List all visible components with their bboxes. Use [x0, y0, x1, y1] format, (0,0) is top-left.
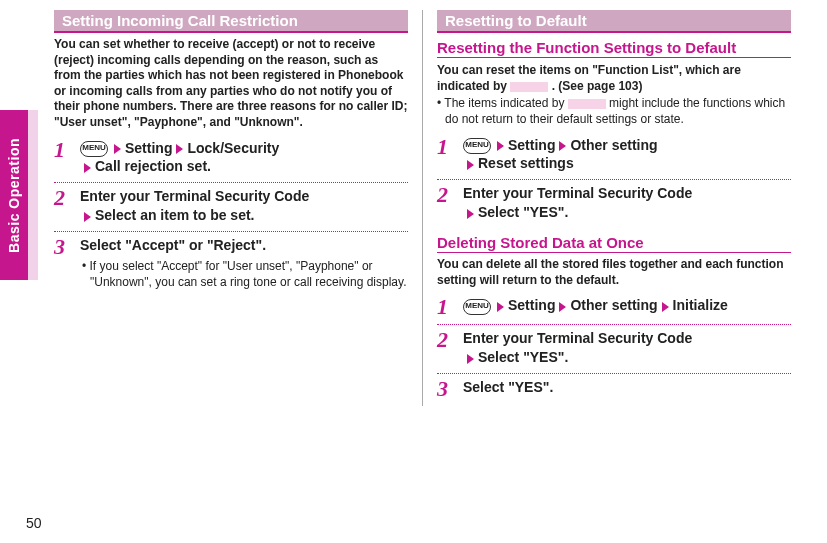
step-line: Select "YES".	[478, 204, 568, 220]
breadcrumb-part: Setting	[508, 297, 555, 313]
left-column: Setting Incoming Call Restriction You ca…	[48, 10, 423, 406]
breadcrumb-part: Reset settings	[478, 155, 574, 171]
arrow-icon	[559, 141, 566, 151]
page-number: 50	[26, 515, 42, 531]
sub-heading: Resetting the Function Settings to Defau…	[437, 39, 791, 58]
step-number: 2	[54, 187, 72, 225]
section-heading: Setting Incoming Call Restriction	[54, 10, 408, 33]
section-intro: You can reset the items on "Function Lis…	[437, 62, 791, 94]
step-line: Enter your Terminal Security Code	[80, 188, 309, 204]
step: 2 Enter your Terminal Security Code Sele…	[437, 180, 791, 228]
arrow-icon	[559, 302, 566, 312]
arrow-icon	[467, 354, 474, 364]
right-column: Resetting to Default Resetting the Funct…	[423, 10, 797, 406]
step: 1 MENUSettingOther settingInitialize	[437, 292, 791, 325]
step: 3 Select "YES".	[437, 374, 791, 406]
step-body: Enter your Terminal Security Code Select…	[463, 329, 791, 367]
section-intro: You can delete all the stored files toge…	[437, 257, 791, 288]
arrow-icon	[497, 302, 504, 312]
section-heading: Resetting to Default	[437, 10, 791, 33]
step: 1 MENUSettingLock/Security Call rejectio…	[54, 135, 408, 184]
step-line: Select "Accept" or "Reject".	[80, 237, 266, 253]
sub-heading: Deleting Stored Data at Once	[437, 234, 791, 253]
step-body: Select "YES".	[463, 378, 791, 400]
note-part: • The items indicated by	[437, 96, 568, 110]
step-body: Enter your Terminal Security Code Select…	[80, 187, 408, 225]
arrow-icon	[84, 212, 91, 222]
step-number: 2	[437, 329, 455, 367]
step-number: 1	[437, 296, 455, 318]
menu-icon: MENU	[463, 138, 491, 154]
step-body: Enter your Terminal Security Code Select…	[463, 184, 791, 222]
step: 3 Select "Accept" or "Reject". • If you …	[54, 232, 408, 296]
menu-icon: MENU	[80, 141, 108, 157]
step-body: MENUSettingLock/Security Call rejection …	[80, 139, 408, 177]
step-line: Select "YES".	[463, 379, 553, 395]
menu-icon: MENU	[463, 299, 491, 315]
arrow-icon	[176, 144, 183, 154]
step-line: Select "YES".	[478, 349, 568, 365]
side-tab: Basic Operation	[0, 110, 28, 280]
breadcrumb-part: Other setting	[570, 297, 657, 313]
step-number: 3	[437, 378, 455, 400]
highlight-swatch-icon	[568, 99, 606, 109]
note-text: • The items indicated by might include t…	[437, 96, 791, 127]
step-note: • If you select "Accept" for "User unset…	[80, 259, 408, 290]
step-body: MENUSettingOther setting Reset settings	[463, 136, 791, 174]
breadcrumb-part: Other setting	[570, 137, 657, 153]
arrow-icon	[497, 141, 504, 151]
intro-text: . (See page 103)	[548, 79, 642, 93]
step-number: 3	[54, 236, 72, 290]
step-number: 1	[437, 136, 455, 174]
step: 2 Enter your Terminal Security Code Sele…	[54, 183, 408, 232]
step: 2 Enter your Terminal Security Code Sele…	[437, 325, 791, 374]
breadcrumb-part: Call rejection set.	[95, 158, 211, 174]
arrow-icon	[467, 160, 474, 170]
step-body: MENUSettingOther settingInitialize	[463, 296, 791, 318]
breadcrumb-part: Lock/Security	[187, 140, 279, 156]
step-number: 1	[54, 139, 72, 177]
side-tab-shadow	[28, 110, 38, 280]
step-body: Select "Accept" or "Reject". • If you se…	[80, 236, 408, 290]
step: 1 MENUSettingOther setting Reset setting…	[437, 132, 791, 181]
breadcrumb-part: Setting	[125, 140, 172, 156]
breadcrumb-part: Setting	[508, 137, 555, 153]
arrow-icon	[84, 163, 91, 173]
arrow-icon	[114, 144, 121, 154]
side-tab-label: Basic Operation	[6, 138, 22, 253]
step-number: 2	[437, 184, 455, 222]
arrow-icon	[467, 209, 474, 219]
arrow-icon	[662, 302, 669, 312]
section-intro: You can set whether to receive (accept) …	[54, 37, 408, 131]
step-line: Enter your Terminal Security Code	[463, 330, 692, 346]
highlight-swatch-icon	[510, 82, 548, 92]
content-columns: Setting Incoming Call Restriction You ca…	[48, 10, 797, 406]
step-line: Enter your Terminal Security Code	[463, 185, 692, 201]
breadcrumb-part: Initialize	[673, 297, 728, 313]
step-line: Select an item to be set.	[95, 207, 255, 223]
manual-page: Basic Operation 50 Setting Incoming Call…	[0, 0, 827, 543]
